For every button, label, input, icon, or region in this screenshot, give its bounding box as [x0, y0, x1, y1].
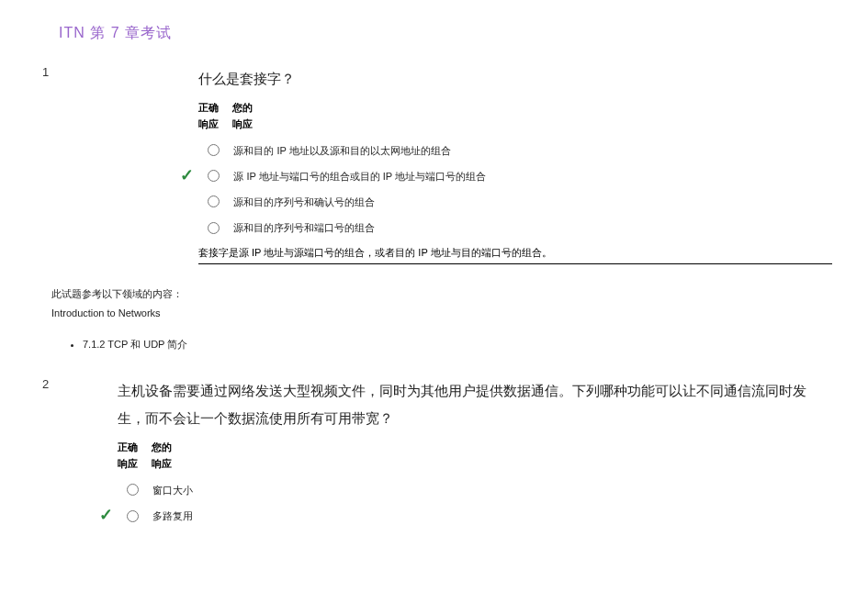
header-correct-2: 响应 — [198, 117, 230, 133]
header-correct-1b: 正确 — [118, 440, 149, 456]
option-text: 窗口大小 — [152, 483, 193, 498]
answer-header-2: 正确 您的 响应 响应 — [118, 440, 831, 472]
header-correct-1: 正确 — [198, 100, 230, 117]
option-radio[interactable] — [208, 170, 220, 182]
header-yours-1b: 您的 — [152, 440, 172, 456]
option-radio[interactable] — [208, 195, 220, 207]
question-number-2: 2 — [42, 377, 49, 391]
answer-header: 正确 您的 响应 响应 — [198, 100, 831, 132]
header-yours-1: 您的 — [232, 100, 253, 117]
radio-cell — [198, 141, 230, 158]
check-icon: ✓ — [99, 505, 113, 525]
options-list-2: 窗口大小 ✓ 多路复用 — [118, 481, 831, 523]
header-yours-2: 响应 — [232, 117, 253, 133]
option-text: 源和目的 IP 地址以及源和目的以太网地址的组合 — [233, 143, 450, 159]
option-row: 源和目的序列号和端口号的组合 — [198, 218, 831, 235]
option-radio[interactable] — [208, 144, 220, 156]
reference-bullets: 7.1.2 TCP 和 UDP 简介 — [66, 338, 868, 352]
option-radio[interactable] — [127, 510, 139, 522]
option-row: 窗口大小 — [118, 481, 831, 497]
radio-cell — [198, 193, 230, 209]
reference-note: 此试题参考以下领域的内容： Introduction to Networks — [51, 285, 868, 323]
option-text: 源和目的序列号和确认号的组合 — [233, 195, 375, 210]
option-radio[interactable] — [208, 222, 220, 234]
option-row: 源和目的 IP 地址以及源和目的以太网地址的组合 — [198, 141, 831, 158]
option-row: ✓ 多路复用 — [118, 507, 831, 523]
options-list-1: 源和目的 IP 地址以及源和目的以太网地址的组合 ✓ 源 IP 地址与端口号的组… — [198, 141, 831, 235]
header-yours-2b: 响应 — [152, 456, 172, 473]
option-text: 源和目的序列号和端口号的组合 — [233, 220, 375, 236]
radio-cell — [118, 507, 149, 523]
reference-bullet: 7.1.2 TCP 和 UDP 简介 — [83, 338, 868, 352]
question-text-1: 什么是套接字？ — [198, 65, 831, 93]
option-row: ✓ 源 IP 地址与端口号的组合或目的 IP 地址与端口号的组合 — [198, 167, 831, 184]
option-radio[interactable] — [127, 484, 139, 496]
reference-line-2: Introduction to Networks — [51, 304, 868, 323]
option-text: 源 IP 地址与端口号的组合或目的 IP 地址与端口号的组合 — [233, 169, 486, 184]
page-title: ITN 第 7 章考试 — [0, 0, 868, 43]
question-text-2: 主机设备需要通过网络发送大型视频文件，同时为其他用户提供数据通信。下列哪种功能可… — [118, 377, 831, 432]
header-correct-2b: 响应 — [118, 456, 149, 473]
reference-line-1: 此试题参考以下领域的内容： — [51, 285, 868, 304]
question-number-1: 1 — [42, 65, 49, 79]
radio-cell — [118, 481, 149, 497]
check-icon: ✓ — [180, 165, 194, 185]
answer-explanation: 套接字是源 IP 地址与源端口号的组合，或者目的 IP 地址与目的端口号的组合。 — [198, 244, 832, 264]
question-1: 1 什么是套接字？ 正确 您的 响应 响应 源和目的 IP 地址以及源和目的以太… — [0, 65, 868, 264]
option-text: 多路复用 — [152, 508, 193, 524]
radio-cell — [198, 167, 230, 184]
radio-cell — [198, 218, 230, 235]
question-2: 2 主机设备需要通过网络发送大型视频文件，同时为其他用户提供数据通信。下列哪种功… — [0, 377, 868, 523]
option-row: 源和目的序列号和确认号的组合 — [198, 193, 831, 209]
